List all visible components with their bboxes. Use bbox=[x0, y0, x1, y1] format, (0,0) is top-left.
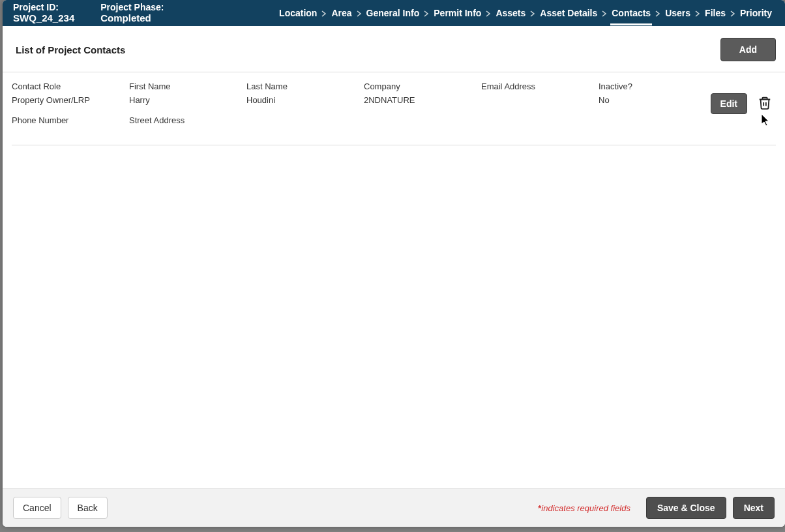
cancel-button[interactable]: Cancel bbox=[13, 497, 61, 519]
chevron-right-icon bbox=[356, 8, 363, 18]
delete-icon[interactable] bbox=[758, 95, 772, 113]
breadcrumb-nav: LocationAreaGeneral InfoPermit InfoAsset… bbox=[276, 8, 775, 18]
label-street: Street Address bbox=[129, 109, 246, 125]
chevron-right-icon bbox=[655, 8, 661, 18]
value-contact-role: Property Owner/LRP bbox=[12, 95, 129, 105]
section-title: List of Project Contacts bbox=[16, 44, 125, 55]
breadcrumb-assets[interactable]: Assets bbox=[493, 8, 528, 18]
chevron-right-icon bbox=[423, 8, 430, 18]
contact-card: Contact Role First Name Last Name Compan… bbox=[12, 72, 776, 145]
project-phase-value: Completed bbox=[100, 12, 164, 23]
breadcrumb-contacts[interactable]: Contacts bbox=[609, 8, 653, 18]
chevron-right-icon bbox=[321, 8, 327, 18]
save-close-button[interactable]: Save & Close bbox=[646, 497, 726, 519]
project-id-block: Project ID: SWQ_24_234 bbox=[13, 2, 74, 23]
back-button[interactable]: Back bbox=[68, 497, 108, 519]
modal-header: Project ID: SWQ_24_234 Project Phase: Co… bbox=[3, 0, 785, 26]
value-inactive: No bbox=[599, 95, 670, 105]
project-phase-label: Project Phase: bbox=[100, 2, 164, 12]
chevron-right-icon bbox=[529, 8, 536, 18]
breadcrumb-location[interactable]: Location bbox=[276, 8, 319, 18]
breadcrumb-general-info[interactable]: General Info bbox=[364, 8, 422, 18]
header-left: Project ID: SWQ_24_234 Project Phase: Co… bbox=[13, 2, 164, 23]
section-header: List of Project Contacts Add bbox=[3, 26, 785, 72]
label-first-name: First Name bbox=[129, 81, 246, 91]
label-last-name: Last Name bbox=[246, 81, 364, 91]
project-id-label: Project ID: bbox=[13, 2, 74, 12]
next-button[interactable]: Next bbox=[733, 497, 775, 519]
add-button[interactable]: Add bbox=[720, 38, 776, 61]
chevron-right-icon bbox=[694, 8, 701, 18]
breadcrumb-priority[interactable]: Priority bbox=[737, 8, 775, 18]
breadcrumb-area[interactable]: Area bbox=[329, 8, 354, 18]
value-company: 2NDNATURE bbox=[364, 95, 481, 105]
value-first-name: Harry bbox=[129, 95, 246, 105]
label-contact-role: Contact Role bbox=[12, 81, 129, 91]
required-note: *indicates required fields bbox=[538, 503, 630, 513]
project-id-value: SWQ_24_234 bbox=[13, 12, 74, 23]
chevron-right-icon bbox=[601, 8, 608, 18]
edit-button[interactable]: Edit bbox=[711, 93, 747, 114]
breadcrumb-files[interactable]: Files bbox=[702, 8, 728, 18]
breadcrumb-asset-details[interactable]: Asset Details bbox=[537, 8, 600, 18]
breadcrumb-users[interactable]: Users bbox=[662, 8, 693, 18]
project-modal: Project ID: SWQ_24_234 Project Phase: Co… bbox=[3, 0, 785, 527]
label-inactive: Inactive? bbox=[599, 81, 670, 91]
chevron-right-icon bbox=[485, 8, 492, 18]
breadcrumb-permit-info[interactable]: Permit Info bbox=[431, 8, 484, 18]
required-note-text: indicates required fields bbox=[541, 503, 630, 513]
label-email: Email Address bbox=[481, 81, 599, 91]
modal-footer: Cancel Back *indicates required fields S… bbox=[3, 488, 785, 527]
project-phase-block: Project Phase: Completed bbox=[100, 2, 164, 23]
contact-list: Contact Role First Name Last Name Compan… bbox=[3, 72, 785, 488]
label-company: Company bbox=[364, 81, 481, 91]
label-phone: Phone Number bbox=[12, 109, 129, 125]
value-last-name: Houdini bbox=[246, 95, 364, 105]
row-actions: Edit bbox=[670, 81, 776, 114]
chevron-right-icon bbox=[730, 8, 736, 18]
